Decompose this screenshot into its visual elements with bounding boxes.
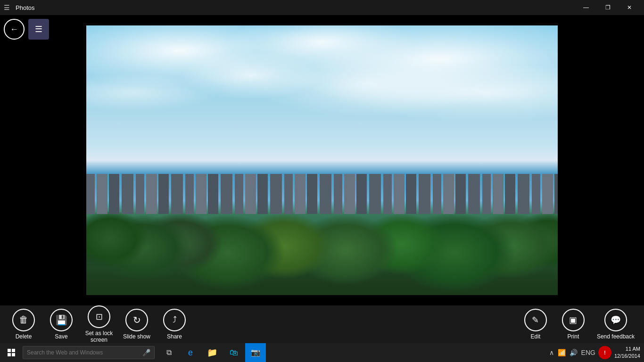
- system-tray-icons: ∧ 📶 🔊 ENG: [549, 349, 595, 356]
- slideshow-button[interactable]: ↻ Slide show: [123, 309, 151, 340]
- feedback-icon-circle: 💬: [604, 309, 627, 331]
- maximize-button[interactable]: ❐: [597, 0, 619, 15]
- share-icon: ⤴: [173, 315, 177, 325]
- send-feedback-button[interactable]: 💬 Send feedback: [597, 309, 635, 340]
- notification-badge[interactable]: !: [598, 346, 611, 359]
- taskbar: 🎤 ⧉ e 📁 🛍 📷 ∧ 📶 🔊 ENG ! 11 AM 12/16/201: [0, 343, 644, 362]
- volume-icon[interactable]: 🔊: [570, 349, 578, 356]
- store-button[interactable]: 🛍: [223, 343, 244, 362]
- close-button[interactable]: ✕: [619, 0, 640, 15]
- toolbar-left: 🗑 Delete 💾 Save ⊡ Set as lockscreen ↻ Sl…: [9, 305, 189, 344]
- microphone-icon: 🎤: [142, 349, 150, 356]
- clock-date: 12/16/2014: [614, 353, 640, 360]
- delete-icon: 🗑: [19, 314, 28, 325]
- taskview-button[interactable]: ⧉: [158, 343, 179, 362]
- hamburger-icon[interactable]: ☰: [4, 4, 10, 11]
- start-button[interactable]: [0, 343, 23, 362]
- title-bar-left: ☰ Photos: [4, 4, 34, 11]
- internet-explorer-button[interactable]: e: [180, 343, 201, 362]
- lock-screen-label: Set as lockscreen: [85, 330, 113, 344]
- store-icon: 🛍: [230, 348, 238, 358]
- print-button[interactable]: ▣ Print: [559, 309, 587, 340]
- search-box[interactable]: 🎤: [23, 346, 155, 359]
- share-button[interactable]: ⤴ Share: [160, 309, 189, 340]
- save-button[interactable]: 💾 Save: [47, 309, 75, 340]
- title-bar-controls: — ❐ ✕: [575, 0, 640, 15]
- clock-time: 11 AM: [614, 346, 640, 353]
- menu-button[interactable]: ☰: [28, 19, 49, 40]
- print-icon: ▣: [569, 315, 577, 325]
- photo-container: [86, 25, 558, 295]
- windows-logo-icon: [8, 349, 15, 356]
- slideshow-icon: ↻: [133, 314, 141, 326]
- print-label: Print: [568, 333, 579, 340]
- title-bar: ☰ Photos — ❐ ✕: [0, 0, 644, 15]
- language-indicator[interactable]: ENG: [581, 349, 595, 356]
- toolbar-right: ✎ Edit ▣ Print 💬 Send feedback: [521, 309, 635, 340]
- save-icon-circle: 💾: [50, 309, 73, 331]
- save-label: Save: [55, 333, 67, 340]
- edit-icon: ✎: [532, 315, 539, 325]
- network-icon[interactable]: 📶: [558, 349, 566, 356]
- bottom-toolbar: 🗑 Delete 💾 Save ⊡ Set as lockscreen ↻ Sl…: [0, 305, 644, 343]
- ie-icon: e: [188, 348, 193, 358]
- lock-screen-icon: ⊡: [96, 312, 103, 322]
- folder-icon: 📁: [207, 347, 217, 358]
- edit-icon-circle: ✎: [524, 309, 547, 331]
- photos-app-button[interactable]: 📷: [245, 343, 266, 362]
- share-icon-circle: ⤴: [163, 309, 186, 331]
- feedback-icon: 💬: [611, 315, 621, 325]
- save-icon: 💾: [56, 314, 67, 326]
- taskbar-apps: ⧉ e 📁 🛍 📷: [158, 343, 266, 362]
- up-arrow-icon[interactable]: ∧: [549, 349, 554, 356]
- print-icon-circle: ▣: [562, 309, 585, 331]
- delete-icon-circle: 🗑: [12, 309, 35, 331]
- edit-label: Edit: [531, 333, 541, 340]
- back-button[interactable]: ←: [4, 19, 25, 40]
- app-title: Photos: [16, 4, 34, 11]
- taskbar-right: ∧ 📶 🔊 ENG ! 11 AM 12/16/2014: [549, 346, 644, 360]
- file-explorer-button[interactable]: 📁: [202, 343, 223, 362]
- menu-icon: ☰: [35, 24, 42, 34]
- photo-viewer: ← ☰: [0, 15, 644, 305]
- system-clock[interactable]: 11 AM 12/16/2014: [614, 346, 640, 360]
- back-icon: ←: [10, 25, 18, 34]
- edit-button[interactable]: ✎ Edit: [521, 309, 550, 340]
- send-feedback-label: Send feedback: [597, 333, 635, 340]
- photos-taskbar-icon: 📷: [251, 348, 260, 357]
- share-label: Share: [167, 333, 182, 340]
- search-input[interactable]: [27, 349, 140, 356]
- minimize-button[interactable]: —: [575, 0, 597, 15]
- top-toolbar: ← ☰: [0, 15, 53, 43]
- delete-label: Delete: [16, 333, 32, 340]
- delete-button[interactable]: 🗑 Delete: [9, 309, 38, 340]
- notification-count: !: [604, 350, 605, 355]
- lock-screen-icon-circle: ⊡: [88, 305, 110, 328]
- set-lock-screen-button[interactable]: ⊡ Set as lockscreen: [85, 305, 113, 344]
- photo-image: [86, 25, 558, 295]
- slideshow-label: Slide show: [123, 333, 150, 340]
- trees-layer: [86, 201, 558, 295]
- slideshow-icon-circle: ↻: [125, 309, 148, 331]
